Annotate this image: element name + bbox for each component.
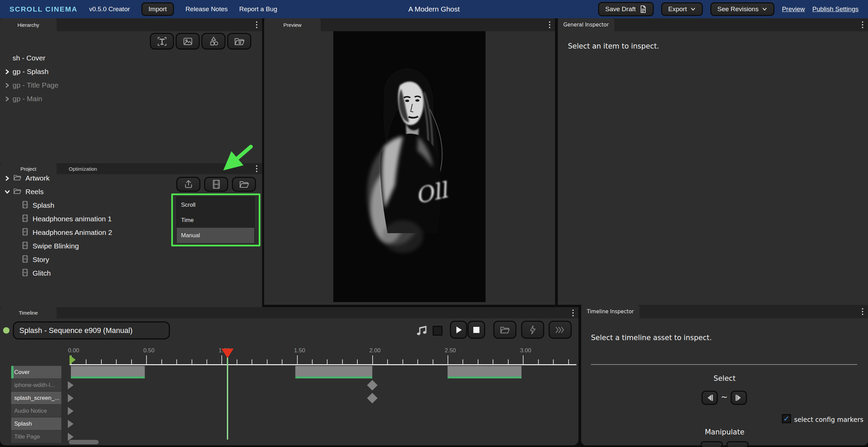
timeline-inspector-empty-message: Select a timeline asset to inspect. — [591, 334, 712, 342]
upload-button[interactable] — [176, 177, 200, 192]
playhead-handle[interactable] — [221, 349, 234, 358]
timeline-clip[interactable] — [448, 366, 521, 378]
ruler-minor-tick — [508, 359, 509, 364]
keyframe-diamond[interactable] — [367, 380, 377, 390]
image-tool-icon — [182, 36, 194, 47]
export-button[interactable]: Export — [661, 2, 703, 16]
tab-preview[interactable]: Preview — [264, 18, 321, 31]
tab-timeline-inspector[interactable]: Timeline Inspector — [581, 305, 639, 318]
project-reel-item[interactable]: Story — [0, 253, 49, 266]
track-label[interactable]: Title Page — [11, 430, 61, 443]
add-text-button[interactable] — [150, 33, 174, 50]
publish-settings-link[interactable]: Publish Settings — [812, 5, 859, 13]
track-label[interactable]: Audio Notice — [11, 405, 61, 417]
ruler-minor-tick — [493, 359, 493, 364]
divider — [591, 364, 857, 365]
timeline-inspector-panel: Timeline Inspector Select a timeline ass… — [581, 305, 868, 445]
tab-hierarchy[interactable]: Hierarchy — [0, 18, 57, 31]
tab-general-inspector[interactable]: General Inspector — [558, 18, 614, 31]
track-label[interactable]: Splash — [11, 417, 61, 430]
ruler-minor-tick — [312, 359, 313, 364]
track-expander-icon[interactable] — [68, 381, 74, 389]
project-folder-item[interactable]: Artwork — [0, 171, 50, 185]
stop-icon — [473, 327, 479, 333]
hierarchy-menu-kebab-icon[interactable] — [256, 21, 257, 28]
track-label[interactable]: splash_screen_... — [11, 392, 61, 404]
timeline-inspector-header: Timeline Inspector — [581, 305, 868, 318]
track-expander-icon[interactable] — [68, 394, 74, 402]
manipulate-button-left[interactable] — [701, 441, 723, 447]
ruler-minor-tick — [327, 359, 328, 364]
timeline-inspector-kebab-icon[interactable] — [862, 308, 863, 315]
select-next-button[interactable] — [731, 391, 747, 405]
project-reel-item[interactable]: Swipe Blinking — [0, 239, 79, 253]
add-media-folder-button[interactable] — [227, 33, 251, 50]
add-shape-button[interactable] — [201, 33, 225, 50]
chevron-right-icon[interactable] — [4, 69, 10, 75]
chevron-right-icon[interactable] — [4, 96, 10, 102]
mode-option-manual[interactable]: Manual — [177, 228, 254, 243]
project-folder-item[interactable]: Reels — [0, 185, 44, 199]
general-inspector-kebab-icon[interactable] — [862, 21, 863, 28]
track-label[interactable]: Cover — [11, 366, 61, 378]
timeline-ruler[interactable] — [70, 364, 576, 365]
timeline-clip[interactable] — [295, 366, 372, 378]
project-reel-item[interactable]: Splash — [0, 199, 54, 212]
hierarchy-item[interactable]: gp - Title Page — [0, 78, 58, 92]
project-reel-item[interactable]: Headphones animation 1 — [0, 212, 112, 226]
play-button[interactable] — [450, 321, 467, 339]
expand-chevron[interactable] — [4, 175, 13, 181]
track-expander-icon[interactable] — [68, 407, 74, 415]
keyframe-diamond[interactable] — [367, 393, 377, 403]
music-mute-checkbox[interactable] — [433, 326, 442, 336]
hierarchy-item[interactable]: sh - Cover — [0, 51, 45, 65]
release-notes-link[interactable]: Release Notes — [185, 5, 228, 13]
expand-chevron[interactable] — [4, 189, 13, 195]
preview-link[interactable]: Preview — [782, 5, 805, 13]
ruler-minor-tick — [116, 359, 117, 364]
report-a-bug-link[interactable]: Report a Bug — [239, 5, 277, 13]
hierarchy-item[interactable]: gp - Splash — [0, 65, 48, 78]
tab-optimization[interactable]: Optimization — [57, 163, 109, 174]
tab-timeline[interactable]: Timeline — [0, 307, 57, 318]
track-expander-icon[interactable] — [68, 420, 74, 428]
see-revisions-button[interactable]: See Revisions — [710, 2, 774, 16]
add-image-button[interactable] — [176, 33, 200, 50]
chevron-right-icon[interactable] — [4, 82, 10, 88]
track-row: Audio Notice — [0, 405, 578, 417]
timeline-start-marker[interactable] — [70, 355, 76, 365]
mode-option-time[interactable]: Time — [177, 212, 254, 228]
select-previous-button[interactable] — [702, 391, 718, 405]
select-config-markers-checkbox[interactable]: ✓ — [782, 414, 791, 423]
preview-panel-header: Preview — [264, 18, 555, 31]
timeline-folder-button[interactable] — [493, 321, 516, 339]
expand-chevron[interactable] — [4, 82, 13, 88]
save-draft-button[interactable]: Save Draft — [598, 2, 654, 16]
fast-forward-button[interactable] — [549, 321, 572, 339]
chevron-down-icon[interactable] — [4, 189, 10, 195]
import-button[interactable]: Import — [141, 2, 174, 16]
ruler-major-tick — [297, 355, 298, 364]
timeline-clip[interactable] — [71, 366, 145, 378]
new-folder-button[interactable] — [232, 177, 256, 192]
expand-chevron[interactable] — [4, 69, 13, 75]
stop-button[interactable] — [468, 321, 485, 339]
hierarchy-item[interactable]: gp - Main — [0, 92, 42, 106]
track-label[interactable]: iphone-wdith-l... — [11, 379, 61, 391]
timeline-menu-kebab-icon[interactable] — [572, 310, 574, 316]
mode-option-scroll[interactable]: Scroll — [177, 197, 254, 212]
project-menu-kebab-icon[interactable] — [256, 165, 257, 172]
project-reel-item[interactable]: Headphones Animation 2 — [0, 226, 112, 239]
sequence-name-input[interactable]: Splash - Sequence e909 (Manual) — [13, 321, 170, 339]
preview-menu-kebab-icon[interactable] — [549, 21, 550, 28]
new-reel-button[interactable] — [204, 177, 228, 192]
ruler-minor-tick — [553, 359, 554, 364]
manipulate-button-right[interactable] — [726, 441, 749, 447]
actions-button[interactable] — [521, 321, 544, 339]
project-reel-item[interactable]: Glitch — [0, 266, 51, 280]
app-mode: Creator — [108, 5, 130, 13]
preview-canvas[interactable]: Oll — [333, 31, 486, 302]
expand-chevron[interactable] — [4, 96, 13, 102]
timeline-horizontal-scrollbar[interactable] — [69, 440, 99, 444]
chevron-right-icon[interactable] — [4, 175, 10, 181]
